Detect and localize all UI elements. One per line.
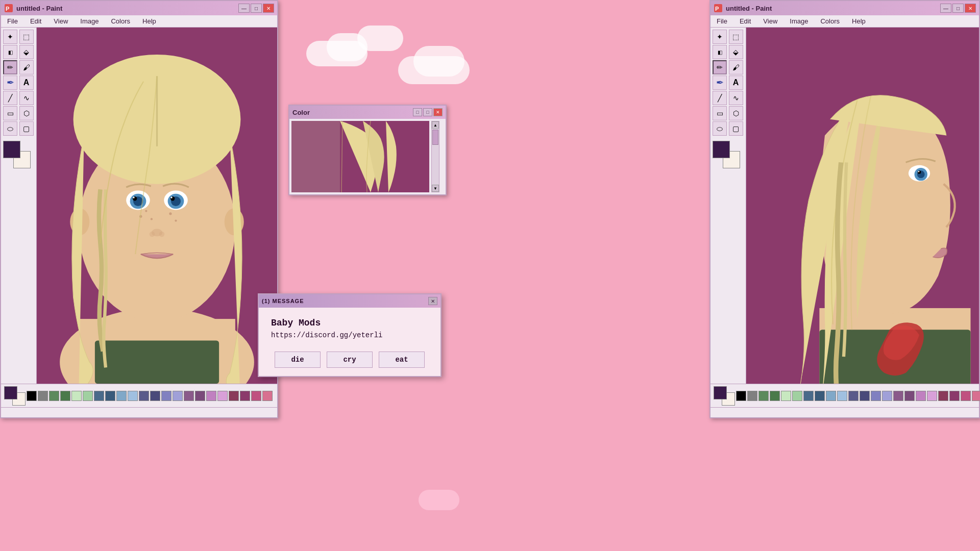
tool-select-irregular[interactable]: ✦ <box>3 30 17 44</box>
r-swatch-black[interactable] <box>736 391 746 401</box>
r-swatch-ltpurple2[interactable] <box>882 391 892 401</box>
r-tool-eraser[interactable]: ◧ <box>713 45 727 59</box>
color-dialog-scrollbar[interactable]: ▲ ▼ <box>431 121 439 192</box>
right-close-btn[interactable]: ✕ <box>965 4 976 13</box>
r-swatch-purple2[interactable] <box>860 391 870 401</box>
swatch-ltpurple2[interactable] <box>173 391 183 401</box>
right-menu-help[interactable]: Help <box>850 17 868 25</box>
swatch-black[interactable] <box>27 391 37 401</box>
r-tool-select-irregular[interactable]: ✦ <box>713 30 727 44</box>
left-minimize-btn[interactable]: — <box>238 4 250 13</box>
left-canvas[interactable] <box>37 28 277 384</box>
r-swatch-green2[interactable] <box>770 391 780 401</box>
swatch-ltblue1[interactable] <box>116 391 127 401</box>
left-menu-image[interactable]: Image <box>78 17 101 25</box>
swatch-ltpurple1[interactable] <box>161 391 172 401</box>
r-swatch-ltrose2[interactable] <box>972 391 980 401</box>
swatch-green2[interactable] <box>60 391 70 401</box>
tool-rounded-rect[interactable]: ▢ <box>19 121 34 136</box>
scrollbar-thumb[interactable] <box>432 130 438 145</box>
swatch-rose2[interactable] <box>240 391 250 401</box>
r-swatch-pink2[interactable] <box>927 391 937 401</box>
r-swatch-blue1[interactable] <box>803 391 814 401</box>
swatch-rose1[interactable] <box>229 391 239 401</box>
r-fg-color-box[interactable] <box>713 141 730 158</box>
left-menu-edit[interactable]: Edit <box>28 17 43 25</box>
swatch-ltrose1[interactable] <box>251 391 261 401</box>
msg-btn-die[interactable]: die <box>275 352 321 368</box>
swatch-ltgreen2[interactable] <box>83 391 93 401</box>
tool-pencil[interactable]: ✏ <box>3 60 17 74</box>
r-tool-rect-outline[interactable]: ▭ <box>713 106 727 120</box>
r-swatch-pink1[interactable] <box>916 391 926 401</box>
r-tool-fill[interactable]: ⬙ <box>729 45 743 59</box>
r-tool-pencil[interactable]: ✏ <box>713 60 727 74</box>
swatch-gray[interactable] <box>38 391 48 401</box>
left-menu-colors[interactable]: Colors <box>109 17 132 25</box>
tool-oval[interactable]: ⬭ <box>3 121 17 136</box>
tool-line[interactable]: ╱ <box>3 91 17 105</box>
r-tool-line[interactable]: ╱ <box>713 91 727 105</box>
r-tool-text[interactable]: A <box>729 76 743 90</box>
right-menu-colors[interactable]: Colors <box>818 17 842 25</box>
color-dialog-close-btn[interactable]: ✕ <box>433 108 443 116</box>
tool-brush[interactable]: 🖌 <box>19 60 34 74</box>
swatch-purple1[interactable] <box>139 391 149 401</box>
r-swatch-mauve1[interactable] <box>893 391 903 401</box>
swatch-green1[interactable] <box>49 391 59 401</box>
tool-rect-outline[interactable]: ▭ <box>3 106 17 120</box>
r-tool-oval[interactable]: ⬭ <box>713 121 727 136</box>
left-menu-file[interactable]: File <box>5 17 20 25</box>
scrollbar-up[interactable]: ▲ <box>432 121 439 129</box>
left-menu-view[interactable]: View <box>52 17 70 25</box>
tool-text[interactable]: A <box>19 76 34 90</box>
r-swatch-ltblue1[interactable] <box>826 391 836 401</box>
right-menu-image[interactable]: Image <box>788 17 810 25</box>
r-tool-brush[interactable]: 🖌 <box>729 60 743 74</box>
msg-close-btn[interactable]: ✕ <box>428 297 437 305</box>
r-swatch-ltgreen1[interactable] <box>781 391 791 401</box>
scrollbar-down[interactable]: ▼ <box>432 185 439 192</box>
r-swatch-ltpurple1[interactable] <box>871 391 881 401</box>
color-dialog-restore-btn[interactable]: □ <box>423 108 432 116</box>
fg-color-box[interactable] <box>3 141 20 158</box>
r-swatch-ltgreen2[interactable] <box>792 391 802 401</box>
r-swatch-gray[interactable] <box>747 391 757 401</box>
r-tool-ink[interactable]: ✒ <box>713 76 727 90</box>
left-menu-help[interactable]: Help <box>140 17 158 25</box>
tool-polygon[interactable]: ⬡ <box>19 106 34 120</box>
right-menu-view[interactable]: View <box>761 17 779 25</box>
tool-fill[interactable]: ⬙ <box>19 45 34 59</box>
left-close-btn[interactable]: ✕ <box>263 4 274 13</box>
palette-front-color[interactable] <box>4 386 17 399</box>
msg-btn-eat[interactable]: eat <box>379 352 425 368</box>
tool-select-rect[interactable]: ⬚ <box>19 30 34 44</box>
swatch-ltgreen1[interactable] <box>71 391 82 401</box>
r-swatch-ltrose1[interactable] <box>961 391 971 401</box>
swatch-mauve1[interactable] <box>184 391 194 401</box>
tool-ink[interactable]: ✒ <box>3 76 17 90</box>
swatch-mauve2[interactable] <box>195 391 205 401</box>
swatch-blue2[interactable] <box>105 391 115 401</box>
r-swatch-rose2[interactable] <box>949 391 960 401</box>
right-minimize-btn[interactable]: — <box>940 4 951 13</box>
r-swatch-blue2[interactable] <box>815 391 825 401</box>
r-palette-front-color[interactable] <box>714 386 727 399</box>
r-swatch-mauve2[interactable] <box>904 391 915 401</box>
swatch-pink1[interactable] <box>206 391 216 401</box>
r-tool-select-rect[interactable]: ⬚ <box>729 30 743 44</box>
tool-curve[interactable]: ∿ <box>19 91 34 105</box>
right-menu-edit[interactable]: Edit <box>738 17 753 25</box>
left-restore-btn[interactable]: □ <box>251 4 262 13</box>
r-tool-rounded-rect[interactable]: ▢ <box>729 121 743 136</box>
msg-btn-cry[interactable]: cry <box>327 352 373 368</box>
right-restore-btn[interactable]: □ <box>952 4 964 13</box>
right-canvas[interactable] <box>746 28 979 384</box>
swatch-ltrose2[interactable] <box>262 391 273 401</box>
r-swatch-ltblue2[interactable] <box>837 391 847 401</box>
r-tool-polygon[interactable]: ⬡ <box>729 106 743 120</box>
swatch-ltblue2[interactable] <box>128 391 138 401</box>
r-swatch-rose1[interactable] <box>938 391 948 401</box>
swatch-purple2[interactable] <box>150 391 160 401</box>
swatch-blue1[interactable] <box>94 391 104 401</box>
